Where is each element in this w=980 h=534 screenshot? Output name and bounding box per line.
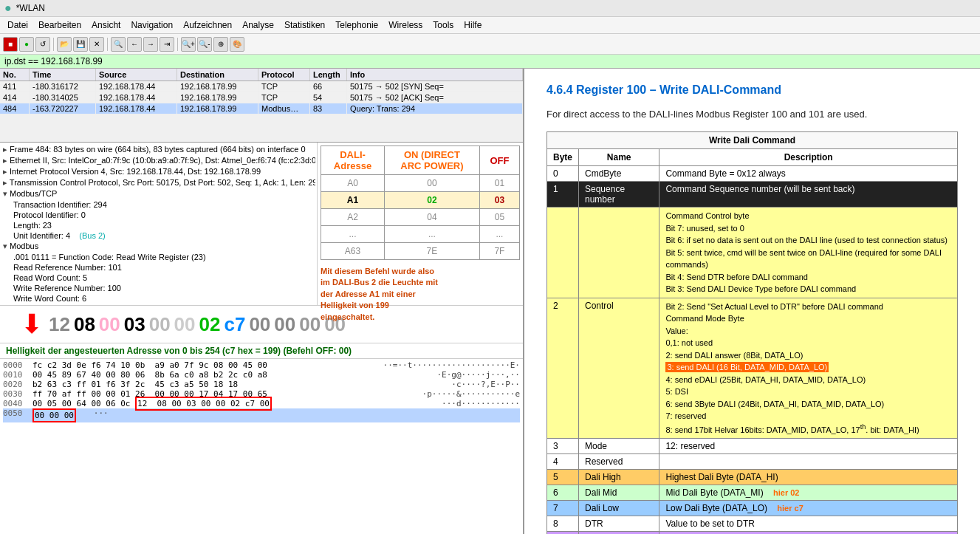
detail-tcp[interactable]: Transmission Control Protocol, Src Port:… — [1, 177, 315, 188]
col-header-destination: Destination — [177, 69, 258, 81]
packet-row-selected[interactable]: 484 -163.720227 192.168.178.44 192.168.1… — [0, 103, 523, 114]
byte-display: 12 08 00 03 00 00 02 c7 00 00 00 00 — [49, 313, 346, 336]
doc-row-9: 9 Priority Priority for dali command — [547, 531, 958, 534]
refresh-button[interactable]: ↺ — [35, 37, 50, 52]
doc-cell-name: Dali Mid — [579, 485, 659, 500]
detail-transaction: Transaction Identifier: 294 — [1, 199, 315, 210]
doc-table: Write Dali Command Byte Name Description… — [546, 131, 958, 534]
close-button[interactable]: ✕ — [89, 37, 104, 52]
doc-col-headers: Byte Name Description — [547, 149, 958, 166]
colorize-button[interactable]: 🎨 — [230, 37, 244, 52]
highlight-mode3: 3: send DALI (16 Bit, DATA_MID, DATA_LO) — [665, 362, 829, 372]
forward-button[interactable]: → — [143, 37, 158, 52]
annotation-text: Mit diesem Befehl wurde also im DALI-Bus… — [321, 266, 439, 323]
toolbar: ■ ● ↺ 📂 💾 ✕ 🔍 ← → ⇥ 🔍+ 🔍- ⊕ 🎨 — [0, 34, 980, 55]
packet-len: 83 — [310, 103, 347, 114]
packet-list-header: No. Time Source Destination Protocol Len… — [0, 69, 523, 81]
open-button[interactable]: 📂 — [57, 37, 72, 52]
byte-03: 03 — [124, 313, 145, 336]
doc-cell-desc: Priority for dali command — [659, 531, 958, 534]
detail-modbus-tcp[interactable]: Modbus/TCP — [1, 188, 315, 199]
jump-button[interactable]: ⇥ — [160, 37, 174, 52]
doc-cell-name: CmdByte — [579, 166, 659, 182]
packet-src: 192.168.178.44 — [96, 92, 177, 103]
zoom-fit-button[interactable]: ⊕ — [213, 37, 228, 52]
packet-info: 50175 → 502 [SYN] Seq= — [347, 81, 523, 92]
app-title: *WLAN — [16, 3, 45, 13]
byte-00e: 00 — [274, 313, 295, 336]
doc-cell-byte: 8 — [547, 516, 579, 531]
dali-row-ellipsis: ... ... ... — [321, 226, 520, 243]
doc-cell-desc: Command Byte = 0x12 always — [659, 166, 958, 182]
doc-cell-name: Reserved — [579, 453, 659, 469]
doc-cell-byte: 7 — [547, 500, 579, 516]
doc-cell-name — [579, 208, 659, 298]
zoom-out-button[interactable]: 🔍- — [197, 37, 212, 52]
packet-no: 414 — [0, 92, 30, 103]
detail-protocol: Protocol Identifier: 0 — [1, 210, 315, 220]
doc-cell-name: Priority — [579, 531, 659, 534]
doc-section-title: 4.6.4 Register 100 – Write DALI-Command — [546, 83, 958, 97]
doc-row-8: 8 DTR Value to be set to DTR — [547, 516, 958, 531]
dali-row: A2 04 05 — [321, 209, 520, 226]
col-header-no: No. — [0, 69, 30, 81]
doc-cell-desc: Low Dali Byte (DATA_LO) hier c7 — [659, 500, 958, 516]
menu-hilfe[interactable]: Hilfe — [459, 18, 486, 32]
hex-highlight-box: 12 08 00 03 00 00 02 c7 00 — [135, 397, 272, 411]
search-button[interactable]: 🔍 — [111, 37, 126, 52]
menu-analyse[interactable]: Analyse — [238, 18, 278, 32]
save-button[interactable]: 💾 — [73, 37, 88, 52]
detail-ethernet[interactable]: Ethernet II, Src: IntelCor_a0:7f:9c (10:… — [1, 155, 315, 166]
packet-list[interactable]: No. Time Source Destination Protocol Len… — [0, 69, 523, 143]
byte-02: 02 — [199, 313, 221, 336]
doc-cell-name: Control — [579, 298, 659, 438]
menu-bearbeiten[interactable]: Bearbeiten — [34, 18, 86, 32]
packet-details[interactable]: Frame 484: 83 bytes on wire (664 bits), … — [0, 143, 318, 305]
stop-button[interactable]: ■ — [3, 37, 18, 52]
doc-intro: For direct access to the DALI-lines Modb… — [546, 109, 958, 120]
titlebar: ● *WLAN — [0, 0, 980, 17]
col-header-source: Source — [96, 69, 177, 81]
col-header-length: Length — [310, 69, 347, 81]
doc-cell-name: Sequence number — [579, 182, 659, 208]
hex-row-0000: 0000 fc c2 3d 0e f6 74 10 0b a9 a0 7f 9c… — [3, 360, 520, 370]
packet-time: -163.720227 — [30, 103, 96, 114]
doc-cell-desc: Bit 2: Send "Set Actual Level to DTR" be… — [659, 298, 958, 438]
bottom-label: Helligkeit der angesteuerten Adresse von… — [0, 343, 523, 358]
packet-info: Query: Trans: 294 — [347, 103, 523, 114]
packet-row[interactable]: 414 -180.314025 192.168.178.44 192.168.1… — [0, 92, 523, 103]
dali-col-off: OFF — [479, 146, 519, 175]
left-panel: No. Time Source Destination Protocol Len… — [0, 69, 524, 534]
menu-telephonie[interactable]: Telephonie — [331, 18, 383, 32]
menu-wireless[interactable]: Wireless — [384, 18, 427, 32]
dali-table-panel: DALI-Adresse ON (DIRECTARC POWER) OFF A0… — [318, 143, 523, 305]
detail-unit: Unit Identifier: 4 (Bus 2) — [1, 230, 315, 241]
packet-dst: 192.168.178.99 — [177, 81, 258, 92]
doc-cell-byte: 2 — [547, 298, 579, 438]
arrow-down-indicator: ⬇ — [21, 309, 43, 340]
doc-table-title: Write Dali Command — [547, 132, 958, 149]
detail-modbus[interactable]: Modbus — [1, 241, 315, 252]
capture-button[interactable]: ● — [19, 37, 34, 52]
detail-frame[interactable]: Frame 484: 83 bytes on wire (664 bits), … — [1, 144, 315, 155]
menu-datei[interactable]: Datei — [3, 18, 32, 32]
menu-ansicht[interactable]: Ansicht — [87, 18, 125, 32]
menu-aufzeichnen[interactable]: Aufzeichnen — [179, 18, 236, 32]
detail-read-wc: Read Word Count: 5 — [1, 273, 315, 283]
packet-dst: 192.168.178.99 — [177, 92, 258, 103]
byte-00d: 00 — [249, 313, 270, 336]
byte-00a: 00 — [99, 313, 120, 336]
byte-12: 12 — [49, 313, 70, 336]
doc-cell-desc — [659, 453, 958, 469]
hier-02: hier 02 — [773, 488, 799, 497]
menu-tools[interactable]: Tools — [428, 18, 458, 32]
hex-row-0040: 0040 00 05 00 64 00 06 0c 12 08 00 03 00… — [3, 399, 520, 408]
menu-statistiken[interactable]: Statistiken — [280, 18, 329, 32]
doc-cell-desc: Highest Dali Byte (DATA_HI) — [659, 469, 958, 485]
back-button[interactable]: ← — [127, 37, 142, 52]
zoom-in-button[interactable]: 🔍+ — [181, 37, 196, 52]
detail-func: .001 0111 = Function Code: Read Write Re… — [1, 252, 315, 262]
menu-navigation[interactable]: Navigation — [126, 18, 177, 32]
packet-row[interactable]: 411 -180.316172 192.168.178.44 192.168.1… — [0, 81, 523, 92]
detail-ip[interactable]: Internet Protocol Version 4, Src: 192.16… — [1, 166, 315, 177]
